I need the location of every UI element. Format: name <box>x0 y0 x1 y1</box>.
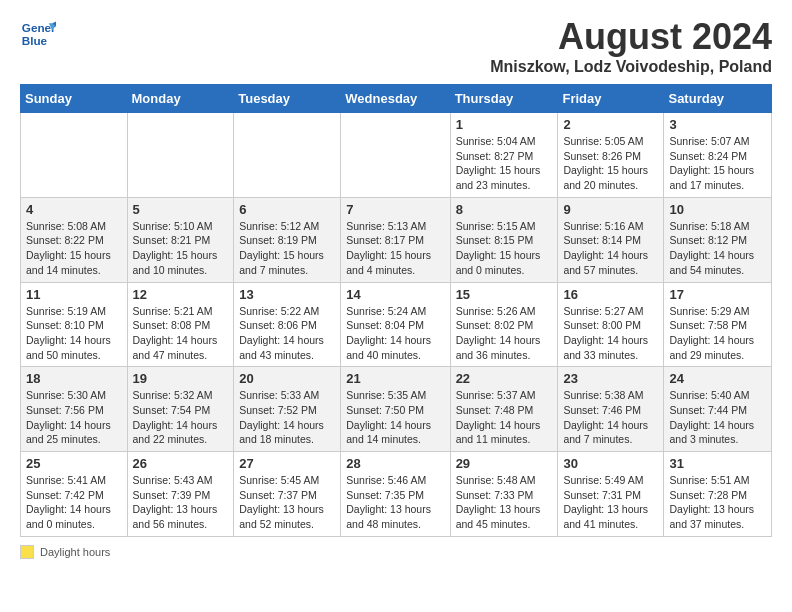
day-number: 4 <box>26 202 122 217</box>
col-header-sunday: Sunday <box>21 85 128 113</box>
day-info: Sunrise: 5:07 AM Sunset: 8:24 PM Dayligh… <box>669 134 766 193</box>
day-info: Sunrise: 5:24 AM Sunset: 8:04 PM Dayligh… <box>346 304 444 363</box>
col-header-saturday: Saturday <box>664 85 772 113</box>
col-header-thursday: Thursday <box>450 85 558 113</box>
day-number: 6 <box>239 202 335 217</box>
day-number: 13 <box>239 287 335 302</box>
svg-text:General: General <box>22 21 56 34</box>
day-number: 12 <box>133 287 229 302</box>
legend-box <box>20 545 34 559</box>
day-info: Sunrise: 5:46 AM Sunset: 7:35 PM Dayligh… <box>346 473 444 532</box>
day-cell <box>341 113 450 198</box>
day-cell: 16Sunrise: 5:27 AM Sunset: 8:00 PM Dayli… <box>558 282 664 367</box>
col-header-tuesday: Tuesday <box>234 85 341 113</box>
day-info: Sunrise: 5:21 AM Sunset: 8:08 PM Dayligh… <box>133 304 229 363</box>
day-number: 3 <box>669 117 766 132</box>
day-info: Sunrise: 5:33 AM Sunset: 7:52 PM Dayligh… <box>239 388 335 447</box>
day-info: Sunrise: 5:41 AM Sunset: 7:42 PM Dayligh… <box>26 473 122 532</box>
day-number: 26 <box>133 456 229 471</box>
day-cell: 6Sunrise: 5:12 AM Sunset: 8:19 PM Daylig… <box>234 197 341 282</box>
week-row-2: 4Sunrise: 5:08 AM Sunset: 8:22 PM Daylig… <box>21 197 772 282</box>
day-info: Sunrise: 5:15 AM Sunset: 8:15 PM Dayligh… <box>456 219 553 278</box>
day-number: 15 <box>456 287 553 302</box>
day-number: 30 <box>563 456 658 471</box>
day-cell: 21Sunrise: 5:35 AM Sunset: 7:50 PM Dayli… <box>341 367 450 452</box>
day-number: 23 <box>563 371 658 386</box>
day-cell: 28Sunrise: 5:46 AM Sunset: 7:35 PM Dayli… <box>341 452 450 537</box>
day-cell: 31Sunrise: 5:51 AM Sunset: 7:28 PM Dayli… <box>664 452 772 537</box>
day-info: Sunrise: 5:45 AM Sunset: 7:37 PM Dayligh… <box>239 473 335 532</box>
day-cell: 23Sunrise: 5:38 AM Sunset: 7:46 PM Dayli… <box>558 367 664 452</box>
day-info: Sunrise: 5:08 AM Sunset: 8:22 PM Dayligh… <box>26 219 122 278</box>
day-cell: 4Sunrise: 5:08 AM Sunset: 8:22 PM Daylig… <box>21 197 128 282</box>
col-header-friday: Friday <box>558 85 664 113</box>
day-number: 28 <box>346 456 444 471</box>
col-header-monday: Monday <box>127 85 234 113</box>
day-info: Sunrise: 5:16 AM Sunset: 8:14 PM Dayligh… <box>563 219 658 278</box>
day-number: 2 <box>563 117 658 132</box>
day-info: Sunrise: 5:37 AM Sunset: 7:48 PM Dayligh… <box>456 388 553 447</box>
day-info: Sunrise: 5:19 AM Sunset: 8:10 PM Dayligh… <box>26 304 122 363</box>
svg-text:Blue: Blue <box>22 34 48 47</box>
day-cell: 7Sunrise: 5:13 AM Sunset: 8:17 PM Daylig… <box>341 197 450 282</box>
day-cell: 3Sunrise: 5:07 AM Sunset: 8:24 PM Daylig… <box>664 113 772 198</box>
day-number: 5 <box>133 202 229 217</box>
day-number: 29 <box>456 456 553 471</box>
day-info: Sunrise: 5:51 AM Sunset: 7:28 PM Dayligh… <box>669 473 766 532</box>
week-row-1: 1Sunrise: 5:04 AM Sunset: 8:27 PM Daylig… <box>21 113 772 198</box>
day-cell: 22Sunrise: 5:37 AM Sunset: 7:48 PM Dayli… <box>450 367 558 452</box>
day-number: 24 <box>669 371 766 386</box>
day-info: Sunrise: 5:38 AM Sunset: 7:46 PM Dayligh… <box>563 388 658 447</box>
day-number: 21 <box>346 371 444 386</box>
day-cell: 26Sunrise: 5:43 AM Sunset: 7:39 PM Dayli… <box>127 452 234 537</box>
day-cell: 25Sunrise: 5:41 AM Sunset: 7:42 PM Dayli… <box>21 452 128 537</box>
day-cell: 12Sunrise: 5:21 AM Sunset: 8:08 PM Dayli… <box>127 282 234 367</box>
day-cell: 27Sunrise: 5:45 AM Sunset: 7:37 PM Dayli… <box>234 452 341 537</box>
day-number: 11 <box>26 287 122 302</box>
day-info: Sunrise: 5:48 AM Sunset: 7:33 PM Dayligh… <box>456 473 553 532</box>
day-number: 18 <box>26 371 122 386</box>
week-row-4: 18Sunrise: 5:30 AM Sunset: 7:56 PM Dayli… <box>21 367 772 452</box>
day-info: Sunrise: 5:05 AM Sunset: 8:26 PM Dayligh… <box>563 134 658 193</box>
day-cell <box>127 113 234 198</box>
day-info: Sunrise: 5:27 AM Sunset: 8:00 PM Dayligh… <box>563 304 658 363</box>
day-info: Sunrise: 5:13 AM Sunset: 8:17 PM Dayligh… <box>346 219 444 278</box>
week-row-5: 25Sunrise: 5:41 AM Sunset: 7:42 PM Dayli… <box>21 452 772 537</box>
day-cell: 19Sunrise: 5:32 AM Sunset: 7:54 PM Dayli… <box>127 367 234 452</box>
day-cell: 2Sunrise: 5:05 AM Sunset: 8:26 PM Daylig… <box>558 113 664 198</box>
logo: General Blue <box>20 16 56 52</box>
day-info: Sunrise: 5:22 AM Sunset: 8:06 PM Dayligh… <box>239 304 335 363</box>
day-number: 10 <box>669 202 766 217</box>
day-cell: 20Sunrise: 5:33 AM Sunset: 7:52 PM Dayli… <box>234 367 341 452</box>
day-info: Sunrise: 5:29 AM Sunset: 7:58 PM Dayligh… <box>669 304 766 363</box>
day-cell: 13Sunrise: 5:22 AM Sunset: 8:06 PM Dayli… <box>234 282 341 367</box>
day-cell: 24Sunrise: 5:40 AM Sunset: 7:44 PM Dayli… <box>664 367 772 452</box>
legend-label: Daylight hours <box>40 546 110 558</box>
header: General Blue August 2024 Mniszkow, Lodz … <box>20 16 772 76</box>
day-cell: 30Sunrise: 5:49 AM Sunset: 7:31 PM Dayli… <box>558 452 664 537</box>
day-info: Sunrise: 5:12 AM Sunset: 8:19 PM Dayligh… <box>239 219 335 278</box>
day-cell <box>21 113 128 198</box>
day-number: 19 <box>133 371 229 386</box>
day-cell: 29Sunrise: 5:48 AM Sunset: 7:33 PM Dayli… <box>450 452 558 537</box>
day-cell: 5Sunrise: 5:10 AM Sunset: 8:21 PM Daylig… <box>127 197 234 282</box>
day-info: Sunrise: 5:43 AM Sunset: 7:39 PM Dayligh… <box>133 473 229 532</box>
day-number: 31 <box>669 456 766 471</box>
day-cell: 17Sunrise: 5:29 AM Sunset: 7:58 PM Dayli… <box>664 282 772 367</box>
day-info: Sunrise: 5:35 AM Sunset: 7:50 PM Dayligh… <box>346 388 444 447</box>
day-number: 9 <box>563 202 658 217</box>
day-number: 20 <box>239 371 335 386</box>
day-cell: 10Sunrise: 5:18 AM Sunset: 8:12 PM Dayli… <box>664 197 772 282</box>
day-number: 7 <box>346 202 444 217</box>
footer-note: Daylight hours <box>20 545 772 559</box>
week-row-3: 11Sunrise: 5:19 AM Sunset: 8:10 PM Dayli… <box>21 282 772 367</box>
day-cell: 8Sunrise: 5:15 AM Sunset: 8:15 PM Daylig… <box>450 197 558 282</box>
day-number: 17 <box>669 287 766 302</box>
day-number: 1 <box>456 117 553 132</box>
title-area: August 2024 Mniszkow, Lodz Voivodeship, … <box>490 16 772 76</box>
day-number: 27 <box>239 456 335 471</box>
logo-icon: General Blue <box>20 16 56 52</box>
day-number: 16 <box>563 287 658 302</box>
day-info: Sunrise: 5:32 AM Sunset: 7:54 PM Dayligh… <box>133 388 229 447</box>
month-title: August 2024 <box>490 16 772 58</box>
